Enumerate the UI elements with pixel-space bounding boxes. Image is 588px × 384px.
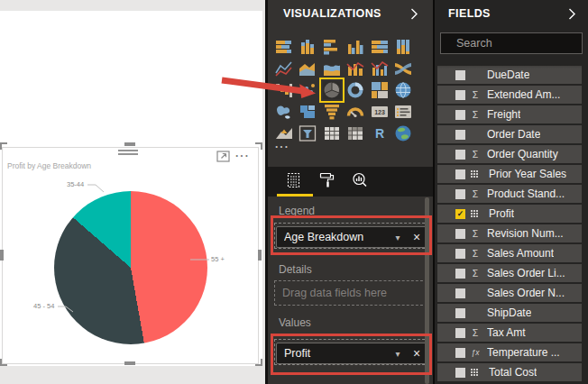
resize-handle-top-right[interactable] [255, 142, 262, 150]
remove-field-icon[interactable]: × [407, 346, 427, 361]
resize-handle-bottom-right[interactable] [255, 359, 262, 366]
values-field-pill[interactable]: Profit ▾ × [276, 343, 427, 364]
drag-grip-icon[interactable] [118, 153, 138, 155]
stacked-bar-chart-icon[interactable] [275, 38, 293, 56]
stacked-area-chart-icon[interactable] [323, 59, 341, 78]
field-checkbox[interactable] [455, 189, 465, 199]
gauge-icon[interactable] [346, 103, 364, 121]
field-checkbox[interactable] [455, 368, 465, 378]
stacked-column-chart-icon[interactable] [299, 38, 317, 56]
field-row-duedate[interactable]: DueDate [437, 66, 582, 84]
filled-map-icon[interactable] [275, 103, 293, 121]
resize-handle-top[interactable] [124, 142, 135, 146]
resize-handle-bottom-left[interactable] [0, 359, 7, 366]
field-dropdown-icon[interactable]: ▾ [389, 233, 407, 242]
field-row-tax-amt[interactable]: ΣTax Amt [437, 324, 582, 342]
arcgis-map-icon[interactable] [394, 124, 412, 142]
table-icon[interactable] [323, 124, 341, 142]
field-row-extended-amount[interactable]: ΣExtended Am... [437, 86, 582, 104]
card-icon[interactable]: 123 [371, 103, 389, 121]
legend-field-pill[interactable]: Age Breakdown ▾ × [276, 226, 427, 248]
donut-chart-icon[interactable] [346, 81, 364, 99]
remove-field-icon[interactable]: × [407, 230, 427, 244]
field-row-sales-order-line[interactable]: ΣSales Order Li... [437, 264, 582, 282]
sigma-icon: Σ [469, 149, 482, 160]
details-well[interactable]: Drag data fields here [274, 280, 427, 306]
funnel-icon[interactable] [323, 103, 341, 121]
treemap-icon[interactable] [371, 81, 389, 99]
slicer-icon[interactable] [299, 124, 317, 142]
drag-grip-icon[interactable] [118, 150, 138, 151]
field-checkbox[interactable] [455, 308, 465, 318]
field-checkbox[interactable] [455, 229, 465, 239]
resize-handle-top-left[interactable] [0, 142, 7, 150]
pane-scrollbar[interactable] [425, 197, 429, 384]
field-row-sales-amount[interactable]: ΣSales Amount [437, 244, 582, 262]
field-checkbox[interactable] [455, 110, 465, 120]
gallery-more-options[interactable]: ... [275, 138, 289, 151]
multi-row-card-icon[interactable] [394, 103, 412, 121]
line-and-stacked-column-chart-icon[interactable] [346, 59, 364, 78]
visual-more-options[interactable]: ... [235, 147, 250, 160]
field-row-total-cost[interactable]: Total Cost [437, 363, 582, 381]
tab-fields[interactable] [285, 171, 307, 191]
focus-mode-icon[interactable] [216, 150, 231, 167]
values-section-label: Values [279, 316, 311, 329]
field-row-order-date[interactable]: Order Date [437, 125, 582, 143]
100-stacked-bar-chart-icon[interactable] [371, 38, 389, 56]
slice-label-55plus: 55 + [211, 255, 225, 263]
measure-icon [471, 170, 479, 178]
shape-map-icon[interactable] [299, 103, 317, 121]
map-icon[interactable] [394, 81, 412, 99]
pie-chart[interactable] [54, 191, 207, 344]
field-row-freight[interactable]: ΣFreight [437, 105, 582, 123]
tab-analytics[interactable] [351, 171, 372, 191]
resize-handle-bottom[interactable] [124, 361, 135, 365]
line-chart-icon[interactable] [275, 59, 293, 78]
sigma-icon: Σ [469, 268, 482, 279]
collapse-pane-chevron-icon[interactable] [410, 7, 418, 23]
ribbon-chart-icon[interactable] [394, 59, 412, 78]
area-chart-icon[interactable] [299, 59, 317, 78]
clustered-column-chart-icon[interactable] [346, 38, 364, 56]
clustered-bar-chart-icon[interactable] [323, 38, 341, 56]
field-row-shipdate[interactable]: ShipDate [437, 304, 582, 322]
waterfall-chart-icon[interactable] [275, 81, 293, 99]
field-checkbox-checked[interactable]: ✓ [455, 209, 465, 219]
pie-chart-icon[interactable] [323, 81, 341, 99]
field-checkbox[interactable] [455, 269, 465, 279]
legend-field-value: Age Breakdown [284, 231, 389, 243]
field-row-prior-year-sales[interactable]: Prior Year Sales [437, 165, 582, 183]
field-row-order-quantity[interactable]: ΣOrder Quantity [437, 145, 582, 163]
field-checkbox[interactable] [455, 70, 465, 80]
field-checkbox[interactable] [455, 130, 465, 140]
field-dropdown-icon[interactable]: ▾ [389, 349, 407, 359]
pie-chart-visual[interactable]: Profit by Age Breakdown 55 + 45 - 54 35-… [2, 147, 259, 364]
field-checkbox[interactable] [455, 348, 465, 358]
field-list: DueDate ΣExtended Am... ΣFreight Order D… [435, 0, 588, 384]
100-stacked-column-chart-icon[interactable] [394, 38, 412, 56]
field-row-product-standard[interactable]: ΣProduct Stand... [437, 185, 582, 203]
scatter-chart-icon[interactable] [299, 81, 317, 99]
tab-format[interactable] [318, 171, 340, 191]
field-checkbox[interactable] [455, 90, 465, 100]
field-row-revision-number[interactable]: ΣRevision Num... [437, 224, 582, 242]
legend-section-label: Legend [279, 205, 315, 217]
field-checkbox[interactable] [455, 150, 465, 160]
field-checkbox[interactable] [455, 288, 465, 298]
line-and-clustered-column-chart-icon[interactable] [371, 59, 389, 78]
measure-icon [471, 210, 479, 218]
field-checkbox[interactable] [455, 169, 465, 179]
sigma-icon: Σ [469, 109, 482, 120]
field-checkbox[interactable] [455, 249, 465, 259]
field-row-sales-order-number[interactable]: Sales Order N... [437, 284, 582, 302]
resize-handle-right[interactable] [258, 250, 262, 261]
field-row-profit[interactable]: ✓Profit [437, 205, 582, 223]
sigma-icon: Σ [469, 188, 482, 199]
resize-handle-left[interactable] [0, 250, 4, 261]
r-script-visual-icon[interactable]: R [371, 124, 389, 142]
matrix-icon[interactable] [346, 124, 364, 142]
fx-icon: ƒx [469, 348, 482, 357]
field-row-temperature[interactable]: ƒxTemperature ... [437, 343, 582, 361]
field-checkbox[interactable] [455, 328, 465, 338]
